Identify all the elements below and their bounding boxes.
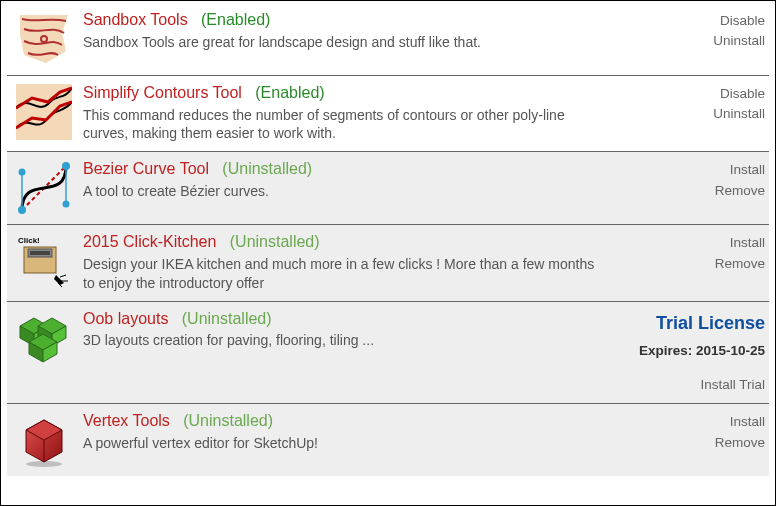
extension-name[interactable]: 2015 Click-Kitchen [83, 233, 216, 250]
extension-info: Bezier Curve Tool (Uninstalled) A tool t… [77, 158, 625, 216]
extension-name[interactable]: Oob layouts [83, 310, 168, 327]
svg-text:Click!: Click! [18, 236, 40, 245]
extension-row: Sandbox Tools (Enabled) Sandbox Tools ar… [7, 3, 769, 76]
extension-status: (Uninstalled) [230, 233, 320, 250]
disable-button[interactable]: Disable [625, 84, 765, 104]
extension-row: Oob layouts (Uninstalled) 3D layouts cre… [7, 302, 769, 405]
uninstall-button[interactable]: Uninstall [625, 104, 765, 124]
remove-button[interactable]: Remove [625, 433, 765, 453]
trial-expiry-label: Expires: [639, 343, 692, 358]
extension-title-line: Sandbox Tools (Enabled) [83, 9, 619, 31]
svg-point-25 [26, 461, 62, 467]
simplify-contours-icon [11, 82, 77, 143]
extension-description: This command reduces the number of segme… [83, 106, 603, 144]
extension-name[interactable]: Vertex Tools [83, 412, 170, 429]
extension-info: Sandbox Tools (Enabled) Sandbox Tools ar… [77, 9, 625, 67]
extension-manager: Sandbox Tools (Enabled) Sandbox Tools ar… [0, 0, 776, 506]
install-button[interactable]: Install [625, 160, 765, 180]
bezier-curve-icon [11, 158, 77, 216]
trial-expiry: Expires: 2015-10-25 [625, 341, 765, 361]
extension-name[interactable]: Simplify Contours Tool [83, 84, 242, 101]
extension-title-line: 2015 Click-Kitchen (Uninstalled) [83, 231, 619, 253]
extension-info: Oob layouts (Uninstalled) 3D layouts cre… [77, 308, 625, 396]
extension-info: Simplify Contours Tool (Enabled) This co… [77, 82, 625, 143]
extension-actions: Trial License Expires: 2015-10-25 Instal… [625, 308, 765, 396]
vertex-tools-icon [11, 410, 77, 468]
click-kitchen-icon: Click! [11, 231, 77, 292]
extension-title-line: Bezier Curve Tool (Uninstalled) [83, 158, 619, 180]
extension-status: (Uninstalled) [222, 160, 312, 177]
svg-rect-12 [30, 251, 50, 255]
extension-status: (Enabled) [255, 84, 324, 101]
extension-list: Sandbox Tools (Enabled) Sandbox Tools ar… [7, 3, 769, 476]
install-trial-button[interactable]: Install Trial [625, 375, 765, 395]
extension-info: Vertex Tools (Uninstalled) A powerful ve… [77, 410, 625, 468]
install-button[interactable]: Install [625, 412, 765, 432]
trial-license-label: Trial License [625, 310, 765, 337]
disable-button[interactable]: Disable [625, 11, 765, 31]
extension-description: A tool to create Bézier curves. [83, 182, 603, 201]
extension-actions: Disable Uninstall [625, 9, 765, 67]
trial-expiry-date: 2015-10-25 [696, 343, 765, 358]
remove-button[interactable]: Remove [625, 254, 765, 274]
extension-title-line: Vertex Tools (Uninstalled) [83, 410, 619, 432]
extension-info: 2015 Click-Kitchen (Uninstalled) Design … [77, 231, 625, 292]
oob-layouts-icon [11, 308, 77, 396]
extension-actions: Disable Uninstall [625, 82, 765, 143]
svg-rect-1 [16, 84, 72, 140]
uninstall-button[interactable]: Uninstall [625, 31, 765, 51]
extension-status: (Uninstalled) [182, 310, 272, 327]
extension-name[interactable]: Bezier Curve Tool [83, 160, 209, 177]
remove-button[interactable]: Remove [625, 181, 765, 201]
install-button[interactable]: Install [625, 233, 765, 253]
sandbox-icon [11, 9, 77, 67]
extension-actions: Install Remove [625, 231, 765, 292]
extension-actions: Install Remove [625, 158, 765, 216]
extension-row: Vertex Tools (Uninstalled) A powerful ve… [7, 404, 769, 476]
extension-title-line: Simplify Contours Tool (Enabled) [83, 82, 619, 104]
extension-description: 3D layouts creation for paving, flooring… [83, 331, 603, 350]
extension-actions: Install Remove [625, 410, 765, 468]
extension-name[interactable]: Sandbox Tools [83, 11, 188, 28]
extension-description: Sandbox Tools are great for landscape de… [83, 33, 603, 52]
extension-description: Design your IKEA kitchen and much more i… [83, 255, 603, 293]
extension-row: Simplify Contours Tool (Enabled) This co… [7, 76, 769, 152]
extension-status: (Uninstalled) [183, 412, 273, 429]
extension-title-line: Oob layouts (Uninstalled) [83, 308, 619, 330]
extension-description: A powerful vertex editor for SketchUp! [83, 434, 603, 453]
extension-row: Bezier Curve Tool (Uninstalled) A tool t… [7, 152, 769, 225]
extension-status: (Enabled) [201, 11, 270, 28]
extension-row: Click! 2015 Click-Kitchen (Uninstalled) … [7, 225, 769, 301]
